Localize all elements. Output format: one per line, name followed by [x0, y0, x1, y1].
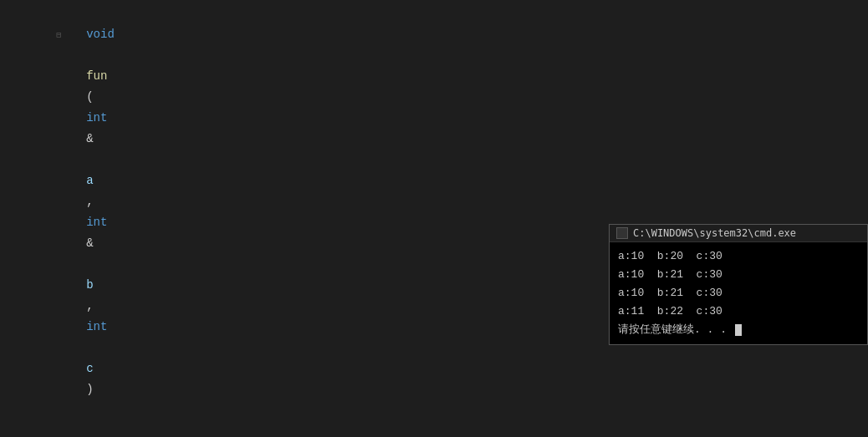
line-content-1: void fun ( int & a , int & b , int c ) — [23, 3, 868, 421]
code-line-1: ⊟ void fun ( int & a , int & b , int c — [0, 3, 868, 421]
code-editor: ⊟ void fun ( int & a , int & b , int c — [0, 0, 868, 437]
code-area: ⊟ void fun ( int & a , int & b , int c — [0, 0, 868, 437]
cmd-window: C:\WINDOWS\system32\cmd.exe a:10 b:20 c:… — [609, 224, 868, 345]
line-gutter-2: | — [0, 421, 23, 437]
cmd-titlebar: C:\WINDOWS\system32\cmd.exe — [610, 225, 867, 242]
code-line-2: | { — [0, 421, 868, 437]
cmd-title: C:\WINDOWS\system32\cmd.exe — [633, 227, 796, 239]
cmd-output-line-4: a:11 b:22 c:30 — [618, 302, 859, 321]
cmd-output-line-2: a:10 b:21 c:30 — [618, 266, 859, 284]
cmd-app-icon — [616, 227, 628, 239]
cmd-output: a:10 b:20 c:30 a:10 b:21 c:30 a:10 b:21 … — [610, 242, 867, 344]
fold-icon-1: ⊟ — [56, 31, 61, 40]
kw-void: void — [86, 28, 115, 41]
cmd-output-line-5: 请按任意键继续. . . — [618, 321, 859, 339]
cmd-cursor — [735, 324, 742, 336]
fn-fun: fun — [86, 69, 107, 83]
line-content-2: { — [23, 421, 868, 437]
cmd-output-line-1: a:10 b:20 c:30 — [618, 247, 859, 266]
line-gutter-1: ⊟ — [0, 3, 23, 67]
cmd-output-line-3: a:10 b:21 c:30 — [618, 284, 859, 302]
